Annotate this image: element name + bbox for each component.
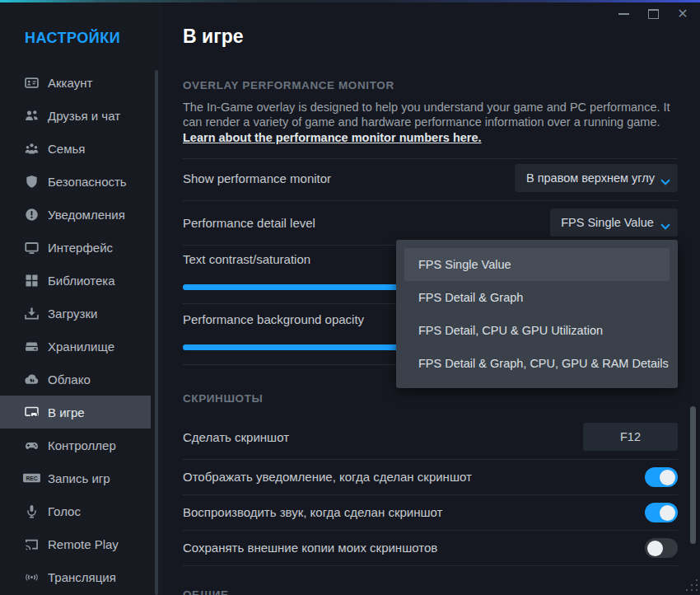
monitor-icon: [23, 241, 40, 255]
menu-option-fps-single-value[interactable]: FPS Single Value: [404, 248, 670, 281]
sidebar-item-friends[interactable]: Друзья и чат: [0, 99, 151, 132]
family-icon: [23, 142, 40, 156]
sidebar-item-broadcast[interactable]: Трансляция: [0, 560, 151, 593]
screenshot-sound-label: Воспроизводить звук, когда сделан скринш…: [183, 494, 442, 530]
minimize-icon: [618, 13, 629, 15]
window-top-accent: [0, 0, 700, 2]
page-title: В игре: [183, 26, 244, 48]
notification-icon: [23, 208, 40, 222]
performance-detail-level-dropdown[interactable]: FPS Single Value: [550, 208, 678, 237]
sidebar-item-downloads[interactable]: Загрузки: [0, 297, 151, 330]
sidebar-item-interface[interactable]: Интерфейс: [0, 231, 151, 264]
menu-option-fps-detail-graph[interactable]: FPS Detail & Graph: [404, 281, 670, 314]
text-contrast-label: Text contrast/saturation: [183, 250, 310, 268]
performance-detail-level-label: Performance detail level: [183, 208, 315, 237]
dropdown-value: В правом верхнем углу: [526, 171, 666, 185]
screenshot-notification-toggle[interactable]: [645, 467, 678, 487]
dropdown-value: FPS Single Value: [561, 216, 667, 229]
rec-icon: REC: [23, 471, 40, 485]
sidebar-item-label: Трансляция: [48, 570, 116, 584]
broadcast-icon: [23, 570, 40, 584]
screenshot-hotkey-button[interactable]: F12: [583, 423, 678, 451]
toggle-knob: [660, 470, 675, 485]
toggle-row-external-copies: Сохранять внешние копии моих скриншотов: [183, 530, 678, 565]
toggle-row-sound: Воспроизводить звук, когда сделан скринш…: [183, 494, 678, 530]
sidebar-item-label: Загрузки: [48, 307, 97, 321]
minimize-button[interactable]: [613, 4, 634, 24]
sidebar-item-in-game[interactable]: В игре: [0, 396, 151, 429]
settings-sidebar: НАСТРОЙКИ Аккаунт Друзья и чат Семья Без…: [0, 0, 163, 595]
sidebar-item-account[interactable]: Аккаунт: [0, 66, 151, 99]
sidebar-item-label: Remote Play: [48, 537, 119, 551]
sidebar-item-controller[interactable]: Контроллер: [0, 429, 151, 461]
take-screenshot-label: Сделать скриншот: [183, 423, 289, 451]
microphone-icon: [23, 504, 40, 518]
main-scrollbar[interactable]: [690, 406, 696, 544]
save-external-copies-toggle[interactable]: [645, 538, 678, 558]
screenshots-section-header: СКРИНШОТЫ: [183, 392, 263, 405]
screenshot-sound-toggle[interactable]: [645, 503, 678, 522]
sidebar-item-label: Голос: [48, 504, 81, 518]
chevron-down-icon: [660, 219, 670, 232]
sidebar-item-family[interactable]: Семья: [0, 132, 151, 165]
sidebar-item-notifications[interactable]: Уведомления: [0, 198, 151, 231]
menu-option-fps-graph-cpu-gpu-ram[interactable]: FPS Detail & Graph, CPU, GPU & RAM Detai…: [404, 347, 670, 380]
shield-icon: [23, 175, 40, 189]
performance-detail-dropdown-menu: FPS Single Value FPS Detail & Graph FPS …: [396, 240, 678, 388]
show-performance-monitor-label: Show performance monitor: [183, 164, 331, 192]
description-text: The In-Game overlay is designed to help …: [183, 101, 670, 129]
overlay-description: The In-Game overlay is designed to help …: [183, 100, 680, 145]
maximize-icon: [648, 9, 659, 19]
chevron-down-icon: [660, 175, 670, 188]
next-section-header: ОБЩИЕ: [183, 588, 229, 595]
sidebar-item-label: Друзья и чат: [48, 109, 120, 123]
close-button[interactable]: ✕: [672, 4, 693, 24]
background-opacity-label: Performance background opacity: [183, 310, 364, 328]
toggle-row-notification: Отображать уведомление, когда сделан скр…: [183, 459, 678, 494]
sidebar-item-label: Контроллер: [48, 438, 116, 452]
sidebar-scrollbar[interactable]: [155, 70, 158, 595]
sidebar-item-label: В игре: [48, 405, 85, 419]
performance-monitor-help-link[interactable]: Learn about the performance monitor numb…: [183, 131, 482, 144]
controller-icon: [23, 438, 40, 452]
sidebar-item-remote-play[interactable]: Remote Play: [0, 527, 151, 560]
window-controls: ✕: [613, 4, 693, 24]
maximize-button[interactable]: [642, 4, 664, 24]
sidebar-item-voice[interactable]: Голос: [0, 494, 151, 527]
svg-text:REC: REC: [26, 476, 37, 481]
sidebar-item-label: Хранилище: [48, 340, 114, 354]
sidebar-item-cloud[interactable]: Облако: [0, 363, 151, 396]
steam-settings-window: НАСТРОЙКИ Аккаунт Друзья и чат Семья Без…: [0, 0, 700, 595]
resize-grip-icon[interactable]: [684, 579, 698, 592]
toggle-knob: [660, 505, 675, 521]
storage-icon: [23, 340, 40, 354]
sidebar-item-game-recording[interactable]: REC Запись игр: [0, 461, 151, 494]
sidebar-title: НАСТРОЙКИ: [25, 30, 120, 47]
sidebar-item-label: Интерфейс: [48, 241, 113, 255]
overlay-section-header: OVERLAY PERFORMANCE MONITOR: [183, 79, 394, 91]
sidebar-item-label: Аккаунт: [48, 76, 92, 90]
screenshot-notification-label: Отображать уведомление, когда сделан скр…: [183, 459, 472, 494]
sidebar-item-label: Уведомления: [48, 208, 125, 222]
account-card-icon: [23, 76, 40, 90]
sidebar-item-label: Библиотека: [48, 274, 115, 288]
menu-option-fps-cpu-gpu[interactable]: FPS Detail, CPU & GPU Utilization: [404, 314, 670, 347]
divider: [183, 200, 678, 201]
close-icon: ✕: [677, 7, 688, 21]
divider: [183, 158, 678, 159]
sidebar-item-storage[interactable]: Хранилище: [0, 330, 151, 363]
friends-icon: [23, 109, 40, 123]
sidebar-item-label: Запись игр: [48, 471, 110, 485]
toggle-knob: [647, 541, 663, 556]
library-grid-icon: [23, 274, 40, 288]
sidebar-item-security[interactable]: Безопасность: [0, 165, 151, 198]
divider: [183, 565, 678, 566]
download-icon: [23, 307, 40, 321]
show-performance-monitor-dropdown[interactable]: В правом верхнем углу: [515, 164, 678, 192]
cloud-icon: [23, 372, 40, 387]
sidebar-item-label: Облако: [48, 372, 91, 387]
sidebar-item-library[interactable]: Библиотека: [0, 264, 151, 297]
save-external-copies-label: Сохранять внешние копии моих скриншотов: [183, 530, 437, 565]
sidebar-item-label: Семья: [48, 142, 85, 156]
cast-icon: [23, 537, 40, 551]
